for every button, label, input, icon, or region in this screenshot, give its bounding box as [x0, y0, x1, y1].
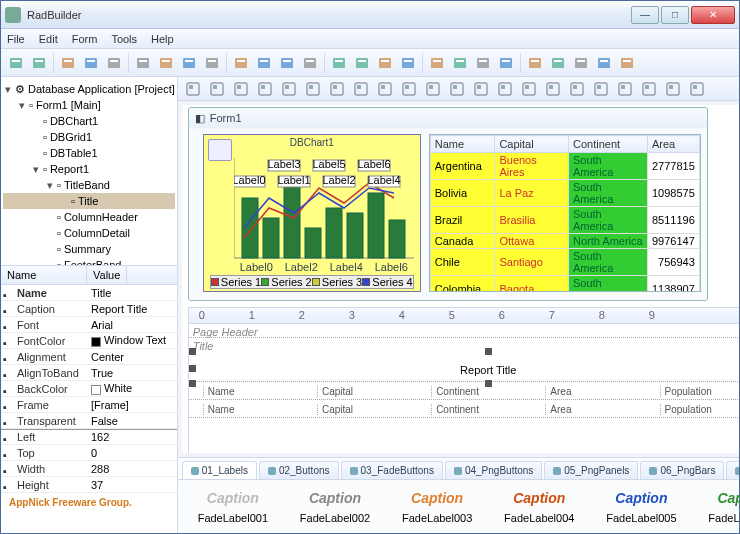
designer-toolbar-button[interactable]	[374, 78, 396, 100]
toolbar-button[interactable]	[374, 52, 396, 74]
toolbar-button[interactable]	[80, 52, 102, 74]
toolbar-button[interactable]	[616, 52, 638, 74]
property-row[interactable]: ▪AlignToBandTrue	[1, 365, 177, 381]
toolbar-button[interactable]	[570, 52, 592, 74]
property-row[interactable]: ▪TransparentFalse	[1, 413, 177, 429]
tree-item[interactable]: ▫ColumnHeader	[3, 209, 175, 225]
toolbar-button[interactable]	[276, 52, 298, 74]
toolbar-button[interactable]	[299, 52, 321, 74]
property-row[interactable]: ▪Width288	[1, 461, 177, 477]
tree-item[interactable]: ▫Title	[3, 193, 175, 209]
palette-tab[interactable]: 03_FadeButtons	[341, 461, 443, 479]
report-column[interactable]: Continent	[431, 386, 545, 397]
palette-tab[interactable]: 06_PngBars	[640, 461, 724, 479]
designer-toolbar-button[interactable]	[662, 78, 684, 100]
fade-label-item[interactable]: CaptionFadeLabel005	[606, 490, 676, 524]
toolbar-button[interactable]	[201, 52, 223, 74]
fade-label-item[interactable]: CaptionFadeLabel002	[300, 490, 370, 524]
designer-toolbar-button[interactable]	[614, 78, 636, 100]
report-title-element[interactable]: Report Title	[193, 352, 740, 383]
designer-toolbar-button[interactable]	[230, 78, 252, 100]
close-button[interactable]: ✕	[691, 6, 735, 24]
designer-toolbar-button[interactable]	[638, 78, 660, 100]
toolbar-button[interactable]	[524, 52, 546, 74]
property-row[interactable]: ▪FontArial	[1, 317, 177, 333]
designer-toolbar-button[interactable]	[494, 78, 516, 100]
tree-item[interactable]: ▫DBTable1	[3, 145, 175, 161]
toolbar-button[interactable]	[57, 52, 79, 74]
toolbar-button[interactable]	[178, 52, 200, 74]
property-row[interactable]: ▪NameTitle	[1, 285, 177, 301]
maximize-button[interactable]: □	[661, 6, 689, 24]
toolbar-button[interactable]	[351, 52, 373, 74]
designer-toolbar-button[interactable]	[470, 78, 492, 100]
designer-toolbar-button[interactable]	[350, 78, 372, 100]
menu-help[interactable]: Help	[151, 33, 174, 45]
report-column[interactable]: Continent	[431, 404, 545, 415]
fade-label-item[interactable]: CaptionFadeLabel003	[402, 490, 472, 524]
toolbar-button[interactable]	[103, 52, 125, 74]
designer-toolbar-button[interactable]	[254, 78, 276, 100]
property-row[interactable]: ▪Top0	[1, 445, 177, 461]
designer-toolbar-button[interactable]	[422, 78, 444, 100]
report-column[interactable]: Area	[545, 386, 659, 397]
toolbar-button[interactable]	[593, 52, 615, 74]
property-row[interactable]: ▪Height37	[1, 477, 177, 493]
designer-toolbar-button[interactable]	[326, 78, 348, 100]
toolbar-button[interactable]	[547, 52, 569, 74]
designer-toolbar-button[interactable]	[206, 78, 228, 100]
menu-edit[interactable]: Edit	[39, 33, 58, 45]
report-column[interactable]: Capital	[317, 386, 431, 397]
minimize-button[interactable]: —	[631, 6, 659, 24]
report-column[interactable]: Capital	[317, 404, 431, 415]
property-row[interactable]: ▪BackColorWhite	[1, 381, 177, 397]
palette-tab[interactable]: 01_Labels	[182, 461, 257, 479]
design-canvas[interactable]: ◧Form1 DBChart1 0 500 1,000 1,500	[182, 105, 740, 453]
designer-toolbar-button[interactable]	[278, 78, 300, 100]
tree-item[interactable]: ▫Summary	[3, 241, 175, 257]
fade-label-item[interactable]: CaptionFadeLabel001	[198, 490, 268, 524]
toolbar-button[interactable]	[397, 52, 419, 74]
designer-toolbar-button[interactable]	[686, 78, 708, 100]
designer-toolbar-button[interactable]	[590, 78, 612, 100]
tree-item[interactable]: ▾▫TitleBand	[3, 177, 175, 193]
designer-toolbar-button[interactable]	[398, 78, 420, 100]
footer-link[interactable]: AppNick Freeware Group.	[1, 493, 177, 512]
property-row[interactable]: ▪FontColorWindow Text	[1, 333, 177, 349]
toolbar-button[interactable]	[328, 52, 350, 74]
property-row[interactable]: ▪CaptionReport Title	[1, 301, 177, 317]
menu-tools[interactable]: Tools	[111, 33, 137, 45]
report-column[interactable]: Population	[660, 386, 740, 397]
fade-label-item[interactable]: CaptionFadeLabel006	[708, 490, 740, 524]
toolbar-button[interactable]	[449, 52, 471, 74]
designer-toolbar-button[interactable]	[542, 78, 564, 100]
toolbar-button[interactable]	[472, 52, 494, 74]
report-column[interactable]: Name	[203, 404, 317, 415]
designer-toolbar-button[interactable]	[518, 78, 540, 100]
designer-toolbar-button[interactable]	[566, 78, 588, 100]
toolbar-button[interactable]	[132, 52, 154, 74]
report-column[interactable]: Area	[545, 404, 659, 415]
report-column[interactable]: Population	[660, 404, 740, 415]
menu-file[interactable]: File	[7, 33, 25, 45]
toolbar-button[interactable]	[28, 52, 50, 74]
toolbar-button[interactable]	[495, 52, 517, 74]
property-row[interactable]: ▪Frame[Frame]	[1, 397, 177, 413]
toolbar-button[interactable]	[230, 52, 252, 74]
toolbar-button[interactable]	[5, 52, 27, 74]
tree-item[interactable]: ▫DBChart1	[3, 113, 175, 129]
tree-item[interactable]: ▫DBGrid1	[3, 129, 175, 145]
tree-item[interactable]: ▾▫Report1	[3, 161, 175, 177]
property-row[interactable]: ▪Left162	[1, 429, 177, 445]
designer-toolbar-button[interactable]	[182, 78, 204, 100]
palette-tab[interactable]: 04_PngButtons	[445, 461, 542, 479]
dbchart[interactable]: DBChart1 0 500 1,000 1,500 Labe	[203, 134, 421, 292]
toolbar-button[interactable]	[155, 52, 177, 74]
toolbar-button[interactable]	[253, 52, 275, 74]
tree-item[interactable]: ▾▫Form1 [Main]	[3, 97, 175, 113]
report-designer[interactable]: 0123456789 Page Header Title Report Titl…	[188, 307, 740, 453]
palette-tab[interactable]: 02_Buttons	[259, 461, 339, 479]
dbgrid[interactable]: NameCapitalContinentAreaArgentinaBuenos …	[429, 134, 701, 292]
palette-tab[interactable]: 07_PngI	[726, 461, 740, 479]
project-tree[interactable]: ▾⚙Database Application [Project]▾▫Form1 …	[1, 77, 177, 265]
